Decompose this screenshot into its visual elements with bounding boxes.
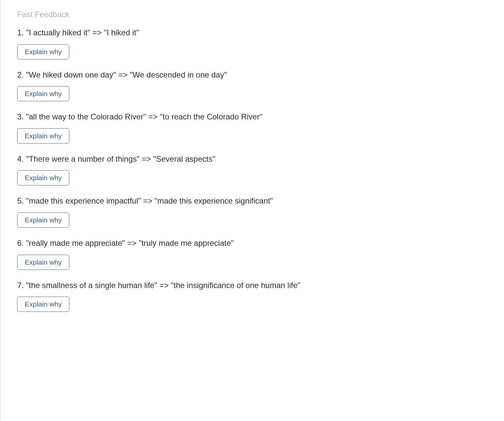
explain-why-button[interactable]: Explain why	[17, 255, 69, 270]
feedback-item: 6. "really made me appreciate" => "truly…	[17, 238, 487, 270]
feedback-text: 2. "We hiked down one day" => "We descen…	[17, 69, 487, 81]
item-arrow: =>	[127, 239, 136, 247]
item-number: 2.	[17, 70, 24, 79]
item-original: "We hiked down one day"	[26, 70, 116, 79]
item-arrow: =>	[143, 196, 152, 205]
feedback-item: 2. "We hiked down one day" => "We descen…	[17, 69, 487, 102]
item-number: 5.	[17, 196, 24, 205]
explain-why-button[interactable]: Explain why	[17, 86, 69, 101]
item-revised: "Several aspects"	[153, 154, 215, 163]
section-title: Fast Feedback	[17, 10, 487, 19]
item-original: "I actually hiked it"	[26, 28, 90, 37]
item-revised: "made this experience significant"	[155, 196, 273, 205]
item-arrow: =>	[92, 28, 102, 37]
feedback-text: 6. "really made me appreciate" => "truly…	[17, 238, 487, 249]
item-original: "made this experience impactful"	[26, 196, 141, 205]
item-revised: "to reach the Colorado River"	[160, 112, 263, 121]
item-number: 1.	[17, 28, 24, 37]
feedback-item: 7. "the smallness of a single human life…	[17, 280, 487, 312]
item-number: 7.	[17, 281, 24, 290]
feedback-item: 1. "I actually hiked it" => "I hiked it"…	[17, 27, 487, 59]
item-number: 3.	[17, 112, 24, 121]
item-original: "There were a number of things"	[26, 154, 140, 163]
item-number: 4.	[17, 154, 24, 163]
item-original: "the smallness of a single human life"	[26, 281, 157, 290]
item-arrow: =>	[148, 112, 158, 121]
item-number: 6.	[17, 239, 24, 247]
item-original: "all the way to the Colorado River"	[26, 112, 146, 121]
feedback-item: 4. "There were a number of things" => "S…	[17, 153, 487, 186]
explain-why-button[interactable]: Explain why	[17, 170, 69, 185]
explain-why-button[interactable]: Explain why	[17, 44, 69, 59]
feedback-text: 1. "I actually hiked it" => "I hiked it"	[17, 27, 487, 38]
item-revised: "We descended in one day"	[130, 70, 227, 79]
feedback-text: 7. "the smallness of a single human life…	[17, 280, 487, 291]
feedback-container: Fast Feedback 1. "I actually hiked it" =…	[0, 0, 504, 421]
feedback-text: 3. "all the way to the Colorado River" =…	[17, 111, 487, 122]
item-arrow: =>	[142, 154, 151, 163]
item-original: "really made me appreciate"	[26, 239, 125, 247]
item-arrow: =>	[160, 281, 169, 290]
feedback-text: 5. "made this experience impactful" => "…	[17, 195, 487, 207]
item-revised: "I hiked it"	[104, 28, 139, 37]
explain-why-button[interactable]: Explain why	[17, 297, 69, 312]
explain-why-button[interactable]: Explain why	[17, 128, 69, 144]
item-arrow: =>	[118, 70, 127, 79]
item-revised: "truly made me appreciate"	[139, 239, 234, 247]
feedback-text: 4. "There were a number of things" => "S…	[17, 153, 487, 165]
explain-why-button[interactable]: Explain why	[17, 212, 69, 228]
item-revised: "the insignificance of one human life"	[171, 281, 300, 290]
feedback-item: 3. "all the way to the Colorado River" =…	[17, 111, 487, 144]
feedback-item: 5. "made this experience impactful" => "…	[17, 195, 487, 228]
